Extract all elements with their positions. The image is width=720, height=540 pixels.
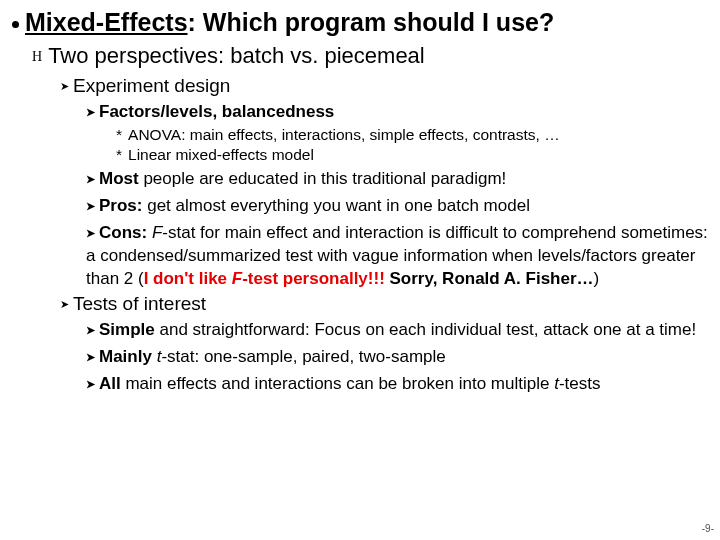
pros-line: ➤Pros: get almost everything you want in… [86, 195, 708, 218]
chevron-icon: ➤ [60, 80, 69, 92]
chevron-icon: ➤ [86, 324, 95, 336]
title-rest: : Which program should I use? [188, 8, 555, 36]
all-lead: All [99, 374, 121, 393]
page-number: -9- [702, 523, 714, 534]
mainly-rest: -stat: one-sample, paired, two-sample [161, 347, 445, 366]
all-rest: main effects and interactions can be bro… [121, 374, 554, 393]
exp-design-label: Experiment design [73, 75, 230, 96]
chevron-icon: ➤ [60, 298, 69, 310]
all-tests: -tests [559, 374, 601, 393]
cons-red-a: I don't like [144, 269, 232, 288]
all-line: ➤All main effects and interactions can b… [86, 373, 708, 396]
lme-line: *Linear mixed-effects model [116, 146, 708, 164]
chevron-icon: ➤ [86, 106, 95, 118]
chevron-icon: ➤ [86, 378, 95, 390]
simple-lead: Simple [99, 320, 155, 339]
perspectives-text: Two perspectives: batch vs. piecemeal [48, 43, 425, 68]
factors-label: Factors/levels, balancedness [99, 102, 334, 121]
cons-fstat-f: F [152, 223, 162, 242]
script-h-icon: H [32, 49, 42, 65]
chevron-icon: ➤ [86, 173, 95, 185]
pros-rest: get almost everything you want in one ba… [142, 196, 529, 215]
anova-line: *ANOVA: main effects, interactions, simp… [116, 126, 708, 144]
cons-lead: Cons: [99, 223, 147, 242]
anova-text: ANOVA: main effects, interactions, simpl… [128, 126, 560, 143]
chevron-icon: ➤ [86, 351, 95, 363]
tests-label: Tests of interest [73, 293, 206, 314]
most-lead: Most [99, 169, 139, 188]
simple-line: ➤Simple and straightforward: Focus on ea… [86, 319, 708, 342]
most-line: ➤Most people are educated in this tradit… [86, 168, 708, 191]
title-lead: Mixed-Effects [25, 8, 188, 36]
lme-text: Linear mixed-effects model [128, 146, 314, 163]
factors-line: ➤Factors/levels, balancedness [86, 101, 708, 124]
cons-sorry: Sorry, Ronald A. Fisher… [385, 269, 594, 288]
cons-red-c: -test personally!!! [242, 269, 385, 288]
pros-lead: Pros: [99, 196, 142, 215]
tests-heading: ➤Tests of interest [60, 293, 708, 315]
cons-close: ) [594, 269, 600, 288]
mainly-line: ➤Mainly t-stat: one-sample, paired, two-… [86, 346, 708, 369]
chevron-icon: ➤ [86, 227, 95, 239]
perspectives-line: HTwo perspectives: batch vs. piecemeal [32, 43, 708, 69]
simple-rest: and straightforward: Focus on each indiv… [155, 320, 696, 339]
cons-line: ➤Cons: F-stat for main effect and intera… [86, 222, 708, 291]
asterisk-icon: * [116, 146, 122, 163]
bullet-icon [12, 21, 19, 28]
cons-red-f: F [232, 269, 242, 288]
asterisk-icon: * [116, 126, 122, 143]
most-rest: people are educated in this traditional … [139, 169, 507, 188]
slide-title: Mixed-Effects: Which program should I us… [12, 8, 708, 37]
slide: Mixed-Effects: Which program should I us… [0, 0, 720, 540]
exp-design: ➤Experiment design [60, 75, 708, 97]
mainly-lead: Mainly [99, 347, 152, 366]
chevron-icon: ➤ [86, 200, 95, 212]
